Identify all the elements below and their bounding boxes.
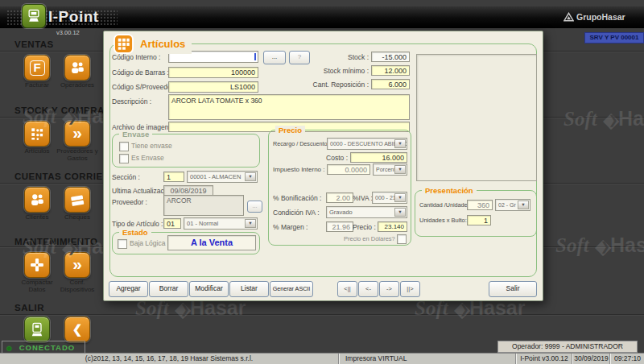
precio-input[interactable]: 23.140 — [378, 221, 407, 232]
cantidad-unidades-input[interactable]: 360 — [467, 200, 493, 210]
generar-ascii-button[interactable]: Generar ASCII — [270, 281, 313, 297]
iva-label: %IVA : — [353, 194, 370, 202]
recargo-label: Recargo / Descuento : — [273, 140, 331, 147]
app-window: I-Point GrupoHasar v3.00.12 SRV Y PV 000… — [0, 0, 644, 364]
sidebar-item-compactar[interactable] — [24, 252, 50, 278]
tiene-envase-checkbox[interactable] — [119, 142, 129, 151]
proveedor-browse-button[interactable]: ... — [247, 201, 262, 213]
bonificacion-label: % Bonificación : — [273, 194, 321, 202]
recargo-dropdown[interactable]: 0000 - DESCUENTO ABIERTO ▼ — [327, 138, 407, 150]
soft-hasar-watermark: Soft ◆❯Hasar — [564, 107, 644, 133]
nav-next-button[interactable]: -> — [379, 281, 399, 297]
sidebar-item-proveedores[interactable]: » — [64, 121, 90, 147]
dispositivos-label: Conf. Dispositivos — [54, 279, 101, 293]
dropdown-arrow-icon[interactable]: ▼ — [394, 193, 406, 202]
pos-terminal-icon — [26, 8, 42, 24]
impuesto-unit-dropdown[interactable]: Porcentaje ▼ — [373, 163, 407, 176]
stock-minimo-label: Stock mínimo : — [296, 67, 369, 75]
text-caret — [254, 53, 256, 60]
dropdown-arrow-icon[interactable]: ▼ — [394, 208, 406, 217]
hasar-diamond-icon: ◆ — [603, 108, 620, 132]
estado-group-title: Estado — [119, 228, 151, 237]
section-header-ventas: VENTAS — [14, 39, 54, 49]
grupo-hasar-logo: GrupoHasar — [564, 12, 625, 22]
sidebar-item-articulos[interactable] — [24, 121, 50, 147]
image-preview-box — [416, 54, 537, 181]
dropdown-arrow-icon[interactable]: ▼ — [245, 172, 256, 181]
server-pv-badge: SRV Y PV 00001 — [584, 32, 644, 43]
operadores-label: Operadores — [54, 81, 101, 89]
stock-minimo-input[interactable]: 12.000 — [371, 65, 410, 76]
salir-button[interactable]: Salir — [489, 281, 537, 297]
tipo-articulo-code-input[interactable]: 01 — [163, 218, 181, 229]
dropdown-arrow-icon[interactable]: ▼ — [245, 219, 256, 228]
codigo-barras-label: Código de Barras : — [112, 68, 169, 77]
descripcion-label: Descripción : — [112, 97, 151, 105]
codigo-interno-browse-button[interactable]: ... — [263, 51, 286, 64]
cant-reposicion-input[interactable]: 6.000 — [371, 79, 410, 89]
costo-input[interactable]: 16.000 — [350, 152, 407, 163]
section-header-mantenimiento: MANTENIMIENTO — [14, 237, 97, 246]
ipoint-logo-icon — [22, 4, 46, 28]
sidebar-item-clientes[interactable] — [24, 187, 50, 213]
envase-groupbox: Envase Tiene envase Es Envase — [112, 134, 260, 168]
precio-dolares-checkbox[interactable] — [397, 234, 407, 244]
seccion-dropdown[interactable]: 00001 - ALMACEN ▼ — [187, 171, 258, 183]
margen-label: % Margen : — [273, 223, 308, 231]
presentacion-group-title: Presentación — [422, 186, 477, 195]
es-envase-checkbox[interactable] — [119, 154, 129, 163]
nav-prev-button[interactable]: <- — [358, 281, 378, 297]
condicion-iva-dropdown[interactable]: Gravado ▼ — [326, 206, 407, 218]
cheques-label: Cheques — [54, 213, 101, 221]
connected-dot-icon: ● — [6, 344, 12, 352]
section-header-salir: SALIR — [14, 303, 44, 312]
modificar-button[interactable]: Modificar — [189, 281, 229, 297]
codigo-proveedor-input[interactable]: LS1000 — [168, 81, 258, 93]
unidad-dropdown[interactable]: 02 - Gr ▼ — [495, 199, 530, 211]
precio-group-title: Precio — [275, 126, 305, 134]
dropdown-arrow-icon[interactable]: ▼ — [394, 139, 406, 148]
sidebar-item-dispositivos[interactable]: » — [64, 252, 90, 278]
double-chevron-icon: » — [72, 122, 82, 143]
nav-last-button[interactable]: ||> — [400, 281, 420, 297]
codigo-interno-label: Código Interno : — [112, 53, 160, 61]
unidades-bulto-input[interactable]: 1 — [467, 215, 491, 225]
seccion-label: Sección : — [112, 173, 140, 181]
stock-input[interactable]: -15.000 — [371, 52, 410, 62]
condicion-iva-label: Condición IVA : — [273, 209, 320, 217]
dialog-title-block: Artículos — [114, 33, 192, 54]
listar-button[interactable]: Listar — [229, 281, 269, 297]
app-title: I-Point — [48, 8, 99, 26]
baja-logica-checkbox[interactable] — [118, 239, 127, 249]
impuesto-interno-input[interactable]: 0.0000 — [327, 164, 370, 175]
codigo-barras-input[interactable]: 100000 — [168, 67, 258, 78]
sidebar-item-operadores[interactable] — [64, 55, 90, 81]
back-arrow-icon: ❮ — [72, 322, 83, 337]
unidad-dropdown-value: 02 - Gr — [498, 202, 516, 208]
brand-name: GrupoHasar — [576, 12, 625, 22]
statusbar-copyright: (c)2012, 13, 14, 15, 16, 17, 18, 19 Hasa… — [0, 354, 338, 364]
sidebar-item-salir-app[interactable] — [24, 316, 50, 342]
seccion-dropdown-value: 00001 - ALMACEN — [190, 173, 241, 180]
sidebar-item-facturar[interactable]: F — [24, 55, 50, 81]
descripcion-input[interactable]: ARCOR LATA TOMATE x 360 — [168, 94, 410, 120]
sidebar-item-cheques[interactable] — [64, 187, 90, 213]
people-icon — [68, 59, 86, 77]
cantidad-unidades-label: Cantidad /Unidades : — [419, 201, 473, 209]
seccion-code-input[interactable]: 1 — [163, 172, 184, 182]
tipo-articulo-dropdown[interactable]: 01 - Normal ▼ — [184, 217, 258, 230]
compact-cross-icon — [29, 257, 45, 273]
borrar-button[interactable]: Borrar — [149, 281, 188, 297]
bonificacion-input[interactable]: 2.00 — [326, 192, 353, 203]
dropdown-arrow-icon[interactable]: ▼ — [394, 165, 406, 174]
sidebar-item-salir-back[interactable]: ❮ — [64, 316, 90, 342]
pos-device-icon — [29, 321, 45, 337]
agregar-button[interactable]: Agregar — [109, 281, 148, 297]
iva-dropdown[interactable]: 000 - 21% ▼ — [372, 192, 407, 204]
facturar-icon: F — [30, 60, 45, 76]
unidades-bulto-label: Unidades x Bulto: — [419, 217, 467, 224]
proveedor-input[interactable]: ARCOR — [163, 195, 244, 216]
nav-first-button[interactable]: <|| — [337, 281, 357, 297]
dropdown-arrow-icon[interactable]: ▼ — [518, 201, 529, 209]
envase-group-title: Envase — [119, 130, 152, 139]
